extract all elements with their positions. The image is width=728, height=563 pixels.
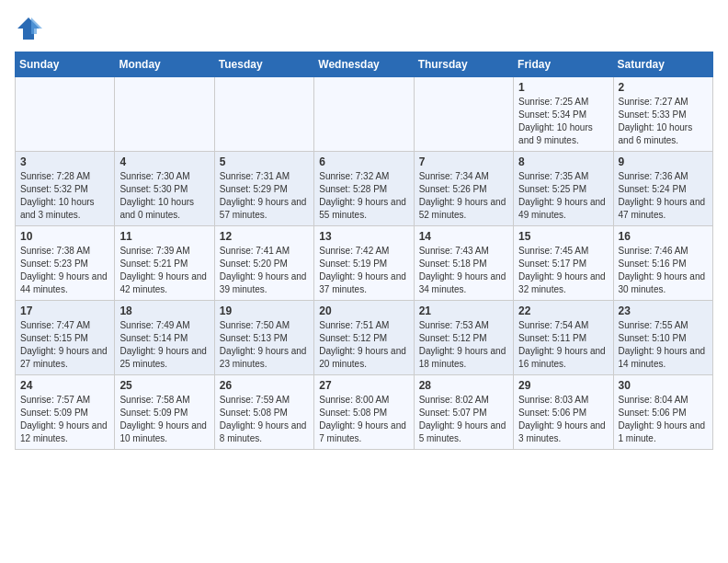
calendar-cell: 7Sunrise: 7:34 AM Sunset: 5:26 PM Daylig…: [414, 152, 513, 226]
day-number: 18: [119, 304, 209, 317]
page-header: [15, 15, 713, 42]
day-info: Sunrise: 7:36 AM Sunset: 5:24 PM Dayligh…: [619, 170, 708, 222]
calendar-header: SundayMondayTuesdayWednesdayThursdayFrid…: [16, 52, 713, 77]
calendar-cell: 17Sunrise: 7:47 AM Sunset: 5:15 PM Dayli…: [16, 301, 115, 375]
weekday-header: Monday: [115, 52, 214, 77]
day-number: 13: [319, 230, 408, 243]
calendar-cell: 12Sunrise: 7:41 AM Sunset: 5:20 PM Dayli…: [214, 226, 313, 301]
calendar-week-row: 17Sunrise: 7:47 AM Sunset: 5:15 PM Dayli…: [16, 301, 713, 375]
day-info: Sunrise: 7:51 AM Sunset: 5:12 PM Dayligh…: [319, 319, 408, 371]
calendar-cell: 21Sunrise: 7:53 AM Sunset: 5:12 PM Dayli…: [414, 301, 513, 375]
calendar-cell: 4Sunrise: 7:30 AM Sunset: 5:30 PM Daylig…: [115, 152, 214, 226]
calendar-cell: 13Sunrise: 7:42 AM Sunset: 5:19 PM Dayli…: [314, 226, 414, 301]
day-number: 22: [518, 304, 608, 317]
day-number: 12: [220, 230, 309, 243]
day-info: Sunrise: 7:58 AM Sunset: 5:09 PM Dayligh…: [119, 394, 209, 445]
calendar-week-row: 1Sunrise: 7:25 AM Sunset: 5:34 PM Daylig…: [16, 77, 713, 152]
calendar-cell: 18Sunrise: 7:49 AM Sunset: 5:14 PM Dayli…: [115, 301, 214, 375]
day-number: 28: [419, 379, 508, 392]
calendar-cell: 1Sunrise: 7:25 AM Sunset: 5:34 PM Daylig…: [514, 77, 613, 152]
day-info: Sunrise: 7:47 AM Sunset: 5:15 PM Dayligh…: [20, 319, 109, 371]
calendar-cell: [314, 77, 414, 152]
calendar-cell: 24Sunrise: 7:57 AM Sunset: 5:09 PM Dayli…: [16, 375, 115, 450]
day-number: 25: [119, 379, 209, 392]
calendar-cell: 3Sunrise: 7:28 AM Sunset: 5:32 PM Daylig…: [16, 152, 115, 226]
logo-icon: [15, 15, 42, 42]
day-info: Sunrise: 7:53 AM Sunset: 5:12 PM Dayligh…: [419, 319, 508, 371]
day-info: Sunrise: 8:03 AM Sunset: 5:06 PM Dayligh…: [518, 394, 608, 445]
day-info: Sunrise: 8:04 AM Sunset: 5:06 PM Dayligh…: [619, 394, 708, 445]
svg-marker-1: [31, 17, 42, 34]
day-info: Sunrise: 7:59 AM Sunset: 5:08 PM Dayligh…: [220, 394, 309, 445]
day-info: Sunrise: 7:31 AM Sunset: 5:29 PM Dayligh…: [220, 170, 309, 222]
day-number: 1: [518, 81, 608, 94]
day-info: Sunrise: 7:42 AM Sunset: 5:19 PM Dayligh…: [319, 245, 408, 296]
day-number: 4: [119, 155, 209, 168]
day-info: Sunrise: 8:02 AM Sunset: 5:07 PM Dayligh…: [419, 394, 508, 445]
calendar-cell: [16, 77, 115, 152]
day-info: Sunrise: 7:35 AM Sunset: 5:25 PM Dayligh…: [518, 170, 608, 222]
calendar-cell: 23Sunrise: 7:55 AM Sunset: 5:10 PM Dayli…: [613, 301, 712, 375]
day-info: Sunrise: 7:49 AM Sunset: 5:14 PM Dayligh…: [119, 319, 209, 371]
day-info: Sunrise: 7:32 AM Sunset: 5:28 PM Dayligh…: [319, 170, 408, 222]
day-info: Sunrise: 7:38 AM Sunset: 5:23 PM Dayligh…: [20, 245, 109, 296]
day-number: 3: [20, 155, 109, 168]
day-number: 24: [20, 379, 109, 392]
day-info: Sunrise: 7:55 AM Sunset: 5:10 PM Dayligh…: [619, 319, 708, 371]
weekday-header: Friday: [514, 52, 613, 77]
weekday-header: Thursday: [414, 52, 513, 77]
calendar-cell: [115, 77, 214, 152]
day-number: 14: [419, 230, 508, 243]
calendar-cell: 10Sunrise: 7:38 AM Sunset: 5:23 PM Dayli…: [16, 226, 115, 301]
day-number: 7: [419, 155, 508, 168]
day-info: Sunrise: 7:25 AM Sunset: 5:34 PM Dayligh…: [518, 96, 608, 147]
calendar-cell: 19Sunrise: 7:50 AM Sunset: 5:13 PM Dayli…: [214, 301, 313, 375]
day-info: Sunrise: 7:34 AM Sunset: 5:26 PM Dayligh…: [419, 170, 508, 222]
day-number: 27: [319, 379, 408, 392]
day-number: 6: [319, 155, 408, 168]
day-number: 2: [619, 81, 708, 94]
calendar-cell: 14Sunrise: 7:43 AM Sunset: 5:18 PM Dayli…: [414, 226, 513, 301]
day-info: Sunrise: 7:41 AM Sunset: 5:20 PM Dayligh…: [220, 245, 309, 296]
day-number: 11: [119, 230, 209, 243]
day-number: 20: [319, 304, 408, 317]
day-number: 9: [619, 155, 708, 168]
day-info: Sunrise: 7:54 AM Sunset: 5:11 PM Dayligh…: [518, 319, 608, 371]
day-info: Sunrise: 7:46 AM Sunset: 5:16 PM Dayligh…: [619, 245, 708, 296]
calendar-cell: 9Sunrise: 7:36 AM Sunset: 5:24 PM Daylig…: [613, 152, 712, 226]
day-number: 17: [20, 304, 109, 317]
calendar-cell: 16Sunrise: 7:46 AM Sunset: 5:16 PM Dayli…: [613, 226, 712, 301]
weekday-header: Wednesday: [314, 52, 414, 77]
calendar-cell: 8Sunrise: 7:35 AM Sunset: 5:25 PM Daylig…: [514, 152, 613, 226]
calendar-table: SundayMondayTuesdayWednesdayThursdayFrid…: [15, 52, 713, 450]
weekday-header: Tuesday: [214, 52, 313, 77]
day-number: 8: [518, 155, 608, 168]
calendar-cell: 28Sunrise: 8:02 AM Sunset: 5:07 PM Dayli…: [414, 375, 513, 450]
day-number: 21: [419, 304, 508, 317]
day-number: 26: [220, 379, 309, 392]
calendar-body: 1Sunrise: 7:25 AM Sunset: 5:34 PM Daylig…: [16, 77, 713, 450]
day-number: 19: [220, 304, 309, 317]
calendar-cell: 2Sunrise: 7:27 AM Sunset: 5:33 PM Daylig…: [613, 77, 712, 152]
calendar-cell: [214, 77, 313, 152]
day-info: Sunrise: 7:27 AM Sunset: 5:33 PM Dayligh…: [619, 96, 708, 147]
day-number: 30: [619, 379, 708, 392]
calendar-cell: 27Sunrise: 8:00 AM Sunset: 5:08 PM Dayli…: [314, 375, 414, 450]
day-info: Sunrise: 7:30 AM Sunset: 5:30 PM Dayligh…: [119, 170, 209, 222]
day-number: 5: [220, 155, 309, 168]
day-info: Sunrise: 7:45 AM Sunset: 5:17 PM Dayligh…: [518, 245, 608, 296]
calendar-week-row: 10Sunrise: 7:38 AM Sunset: 5:23 PM Dayli…: [16, 226, 713, 301]
calendar-cell: 22Sunrise: 7:54 AM Sunset: 5:11 PM Dayli…: [514, 301, 613, 375]
day-info: Sunrise: 7:57 AM Sunset: 5:09 PM Dayligh…: [20, 394, 109, 445]
calendar-week-row: 3Sunrise: 7:28 AM Sunset: 5:32 PM Daylig…: [16, 152, 713, 226]
calendar-week-row: 24Sunrise: 7:57 AM Sunset: 5:09 PM Dayli…: [16, 375, 713, 450]
logo: [15, 15, 46, 42]
day-number: 16: [619, 230, 708, 243]
calendar-cell: 5Sunrise: 7:31 AM Sunset: 5:29 PM Daylig…: [214, 152, 313, 226]
weekday-header-row: SundayMondayTuesdayWednesdayThursdayFrid…: [16, 52, 713, 77]
calendar-cell: 15Sunrise: 7:45 AM Sunset: 5:17 PM Dayli…: [514, 226, 613, 301]
calendar-cell: [414, 77, 513, 152]
day-info: Sunrise: 8:00 AM Sunset: 5:08 PM Dayligh…: [319, 394, 408, 445]
calendar-cell: 20Sunrise: 7:51 AM Sunset: 5:12 PM Dayli…: [314, 301, 414, 375]
day-number: 23: [619, 304, 708, 317]
